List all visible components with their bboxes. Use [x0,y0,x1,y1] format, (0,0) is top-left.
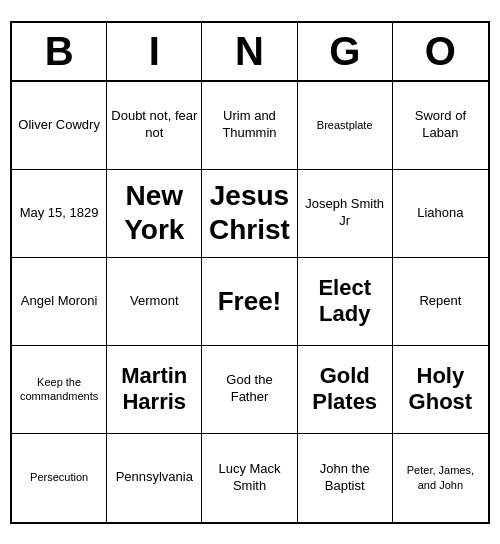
bingo-cell: Urim and Thummin [202,82,297,170]
cell-text: Jesus Christ [206,179,292,246]
cell-text: May 15, 1829 [20,205,99,222]
cell-text: Keep the commandments [16,375,102,404]
bingo-cell: Pennsylvania [107,434,202,522]
bingo-cell: Martin Harris [107,346,202,434]
bingo-cell: Jesus Christ [202,170,297,258]
bingo-cell: Keep the commandments [12,346,107,434]
cell-text: Sword of Laban [397,108,484,142]
bingo-cell: Lucy Mack Smith [202,434,297,522]
cell-text: New York [111,179,197,246]
bingo-cell: Breastplate [298,82,393,170]
bingo-cell: Elect Lady [298,258,393,346]
bingo-header: BINGO [12,23,488,82]
bingo-card: BINGO Oliver CowdryDoubt not, fear notUr… [10,21,490,524]
bingo-cell: Vermont [107,258,202,346]
cell-text: Doubt not, fear not [111,108,197,142]
cell-text: Martin Harris [111,363,197,416]
bingo-grid: Oliver CowdryDoubt not, fear notUrim and… [12,82,488,522]
bingo-cell: Free! [202,258,297,346]
cell-text: Holy Ghost [397,363,484,416]
bingo-cell: Holy Ghost [393,346,488,434]
header-letter: N [202,23,297,80]
bingo-cell: Doubt not, fear not [107,82,202,170]
cell-text: Elect Lady [302,275,388,328]
cell-text: Oliver Cowdry [18,117,100,134]
bingo-cell: God the Father [202,346,297,434]
bingo-cell: Sword of Laban [393,82,488,170]
cell-text: Lucy Mack Smith [206,461,292,495]
header-letter: O [393,23,488,80]
cell-text: John the Baptist [302,461,388,495]
bingo-cell: John the Baptist [298,434,393,522]
cell-text: Persecution [30,470,88,484]
cell-text: Pennsylvania [116,469,193,486]
bingo-cell: Peter, James, and John [393,434,488,522]
cell-text: Vermont [130,293,178,310]
cell-text: Angel Moroni [21,293,98,310]
bingo-cell: Oliver Cowdry [12,82,107,170]
bingo-cell: Angel Moroni [12,258,107,346]
cell-text: Free! [218,286,282,317]
bingo-cell: Persecution [12,434,107,522]
cell-text: Liahona [417,205,463,222]
cell-text: God the Father [206,372,292,406]
bingo-cell: Repent [393,258,488,346]
bingo-cell: Joseph Smith Jr [298,170,393,258]
bingo-cell: May 15, 1829 [12,170,107,258]
cell-text: Joseph Smith Jr [302,196,388,230]
bingo-cell: New York [107,170,202,258]
cell-text: Peter, James, and John [397,463,484,492]
header-letter: G [298,23,393,80]
header-letter: I [107,23,202,80]
bingo-cell: Liahona [393,170,488,258]
cell-text: Urim and Thummin [206,108,292,142]
cell-text: Gold Plates [302,363,388,416]
cell-text: Breastplate [317,118,373,132]
cell-text: Repent [419,293,461,310]
header-letter: B [12,23,107,80]
bingo-cell: Gold Plates [298,346,393,434]
